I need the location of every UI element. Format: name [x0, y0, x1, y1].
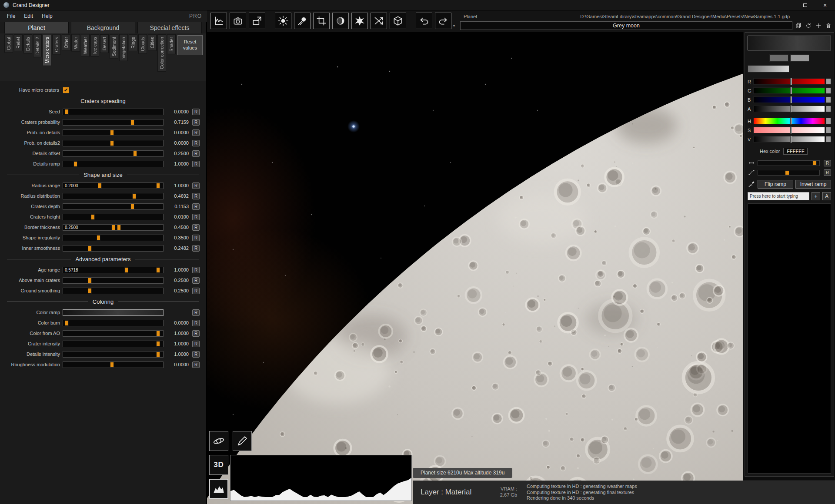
tool-frame-button[interactable] [313, 13, 330, 29]
slider-handle[interactable] [88, 288, 92, 294]
row-reset-button[interactable]: R [824, 169, 831, 176]
slider-track[interactable] [63, 245, 164, 252]
slider-value[interactable]: 0.1153 [166, 204, 190, 209]
slider-handle[interactable] [130, 204, 134, 209]
vtab-weather[interactable]: Weather [81, 34, 90, 57]
slider-track[interactable] [63, 203, 164, 210]
tool-export-button[interactable] [249, 13, 265, 29]
slider-track[interactable] [63, 288, 164, 294]
slider-value[interactable]: 1.0000 [166, 351, 190, 357]
tool-cube-button[interactable] [390, 13, 406, 29]
tab-background[interactable]: Background [71, 22, 135, 33]
row-reset-button[interactable]: R [192, 341, 200, 347]
row-reset-button[interactable]: R [192, 351, 200, 358]
slider-track[interactable] [63, 330, 164, 337]
row-reset-button[interactable]: R [192, 193, 200, 199]
slider-value[interactable]: 1.0000 [166, 183, 190, 188]
row-reset-button[interactable]: R [192, 288, 200, 294]
channel-bar[interactable] [753, 106, 825, 112]
slider-track[interactable] [63, 193, 164, 199]
slider-handle[interactable] [156, 351, 160, 357]
row-reset-button[interactable]: R [192, 309, 200, 316]
tool-burst-button[interactable] [351, 13, 368, 29]
reset-values-button[interactable]: Reset values [177, 35, 203, 55]
slider-handle[interactable] [133, 151, 137, 156]
hex-value[interactable]: FFFFFF [783, 148, 808, 155]
vtab-craters[interactable]: Craters [52, 34, 61, 54]
row-reset-button[interactable]: R [192, 320, 200, 326]
channel-bar[interactable] [753, 136, 825, 143]
channel-endcap[interactable] [826, 78, 831, 85]
vtab-micro-craters[interactable]: Micro craters [43, 34, 51, 66]
slider-track[interactable] [63, 214, 164, 220]
preset-search-input[interactable]: Press here to start typing [748, 192, 809, 200]
menu-file[interactable]: File [3, 11, 20, 21]
channel-marker[interactable] [791, 127, 792, 133]
slider-handle[interactable] [65, 320, 69, 326]
slider-handle[interactable] [111, 225, 115, 230]
slider-value[interactable]: 0.3500 [166, 235, 190, 240]
color-ramp-preview[interactable] [63, 309, 164, 316]
slider-handle[interactable] [73, 161, 77, 167]
vtab-other[interactable]: Other [62, 34, 70, 51]
channel-bar[interactable] [753, 127, 825, 133]
preset-dropdown-button[interactable]: ▼ [451, 22, 458, 29]
row-reset-button[interactable]: R [192, 161, 200, 167]
vtab-cities[interactable]: Cities [148, 34, 157, 51]
ramp-preview[interactable] [748, 36, 831, 50]
slider-handle[interactable] [110, 362, 114, 368]
slider-track[interactable] [63, 150, 164, 157]
slider-handle[interactable] [132, 193, 136, 199]
row-reset-button[interactable]: R [192, 245, 200, 252]
slider-track[interactable] [63, 129, 164, 136]
vtab-clouds[interactable]: Clouds [138, 34, 147, 54]
tool-profile-button[interactable] [210, 13, 227, 29]
slider-handle[interactable] [88, 245, 92, 251]
slider-value[interactable]: 0.2500 [166, 288, 190, 293]
channel-endcap[interactable] [826, 96, 831, 103]
vtab-sediment[interactable]: Sediment [110, 34, 118, 59]
slider-handle[interactable] [65, 109, 69, 115]
refresh-preset-button[interactable] [804, 21, 812, 30]
slider-value[interactable]: 1.0000 [166, 331, 190, 336]
slider-value[interactable]: 0.2482 [166, 245, 190, 251]
channel-endcap[interactable] [826, 106, 831, 112]
slider-track[interactable] [63, 140, 164, 146]
slider-track[interactable] [63, 235, 164, 241]
channel-marker[interactable] [791, 118, 792, 124]
vtab-desert[interactable]: Desert [100, 34, 109, 53]
tool-sun-button[interactable] [275, 13, 291, 29]
tool-shuffle-button[interactable] [371, 13, 387, 29]
flip-ramp-button[interactable]: Flip ramp [758, 180, 793, 189]
tab-planet[interactable]: Planet [4, 22, 69, 33]
row-reset-button[interactable]: R [192, 203, 200, 210]
ramp-slider-handle[interactable] [785, 170, 789, 175]
channel-endcap[interactable] [826, 118, 831, 124]
slider-handle[interactable] [91, 214, 95, 220]
slider-handle[interactable] [130, 119, 134, 125]
slider-value[interactable]: 1.0000 [166, 341, 190, 346]
slider-track[interactable] [63, 361, 164, 368]
slider-handle[interactable] [88, 278, 92, 283]
tool-camera-button[interactable] [230, 13, 246, 29]
tool-undo-button[interactable] [416, 13, 432, 29]
slider-value[interactable]: 0.0000 [166, 362, 190, 367]
slider-value[interactable]: 0.0000 [166, 140, 190, 146]
row-reset-button[interactable]: R [192, 277, 200, 284]
slider-value[interactable]: 0.0000 [166, 130, 190, 135]
channel-marker[interactable] [791, 106, 792, 112]
slider-handle[interactable] [156, 267, 160, 273]
slider-value[interactable]: 0.7159 [166, 119, 190, 125]
channel-marker[interactable] [791, 136, 792, 143]
color-swatch-secondary[interactable] [790, 54, 809, 62]
slider-handle[interactable] [110, 130, 114, 136]
vtab-ice-caps[interactable]: Ice caps [90, 34, 99, 56]
slider-value[interactable]: 0.0000 [166, 109, 190, 114]
eyedropper-icon[interactable] [748, 180, 755, 188]
close-button[interactable]: × [815, 0, 835, 10]
vtab-vegetation[interactable]: Vegetation [119, 34, 128, 61]
tab-special-effects[interactable]: Special effects [137, 22, 202, 33]
row-reset-button[interactable]: R [824, 160, 831, 166]
preset-name-field[interactable]: Grey moon [460, 21, 792, 30]
alpha-button[interactable]: A [822, 192, 831, 200]
